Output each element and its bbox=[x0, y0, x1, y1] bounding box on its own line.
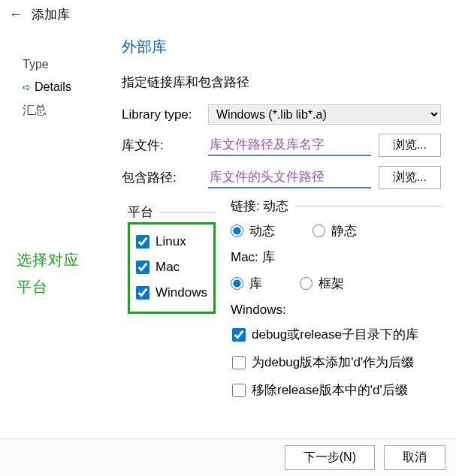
next-button[interactable]: 下一步(N) bbox=[285, 445, 375, 470]
windows-subdir-label: debug或release子目录下的库 bbox=[252, 326, 418, 343]
arrow-right-icon: ➪ bbox=[23, 81, 32, 93]
linkage-dynamic-radio[interactable] bbox=[231, 224, 243, 237]
mac-group-label: Mac: 库 bbox=[231, 249, 441, 266]
platform-mac-label: Mac bbox=[156, 260, 180, 275]
libtype-select[interactable]: Windows (*.lib lib*.a) bbox=[208, 104, 441, 125]
windows-remove-d-label: 移除release版本中的'd'后缀 bbox=[252, 381, 408, 399]
linkage-group-label: 链接: 动态 bbox=[231, 197, 294, 215]
section-title: 外部库 bbox=[122, 37, 441, 57]
dialog-footer: 下一步(N) 取消 bbox=[0, 438, 456, 476]
mac-framework-label: 框架 bbox=[319, 275, 344, 292]
sidebar-item-details[interactable]: ➪Details bbox=[23, 76, 113, 98]
cancel-button[interactable]: 取消 bbox=[384, 445, 445, 470]
linkage-dynamic-label: 动态 bbox=[249, 222, 275, 240]
windows-add-d-label: 为debug版本添加'd'作为后缀 bbox=[252, 354, 414, 371]
linkage-static-label: 静态 bbox=[331, 222, 357, 240]
sidebar-item-type[interactable]: Type bbox=[23, 53, 113, 76]
wizard-sidebar: Type ➪Details 汇总 bbox=[0, 37, 113, 410]
mac-library-label: 库 bbox=[249, 275, 262, 292]
platform-windows-label: Windows bbox=[156, 285, 207, 300]
linkage-static-radio[interactable] bbox=[313, 224, 325, 237]
dialog-header: ← 添加库 bbox=[0, 0, 456, 29]
includepath-browse-button[interactable]: 浏览... bbox=[379, 166, 441, 189]
includepath-label: 包含路径: bbox=[122, 169, 201, 186]
platform-linux-checkbox[interactable] bbox=[136, 235, 149, 249]
libfile-label: 库文件: bbox=[122, 137, 201, 154]
main-panel: 外部库 指定链接库和包含路径 Library type: Windows (*.… bbox=[113, 37, 456, 410]
windows-group-label: Windows: bbox=[231, 303, 441, 318]
windows-add-d-checkbox[interactable] bbox=[232, 356, 246, 369]
back-arrow-icon[interactable]: ← bbox=[9, 7, 23, 23]
libfile-input[interactable] bbox=[208, 135, 371, 156]
platform-highlight-box: Linux Mac Windows bbox=[128, 222, 216, 314]
section-subtitle: 指定链接库和包含路径 bbox=[122, 74, 441, 91]
mac-library-radio[interactable] bbox=[231, 277, 243, 290]
dialog-title: 添加库 bbox=[32, 6, 70, 23]
mac-framework-radio[interactable] bbox=[300, 277, 313, 290]
libfile-browse-button[interactable]: 浏览... bbox=[379, 134, 441, 157]
libtype-label: Library type: bbox=[122, 107, 201, 122]
windows-subdir-checkbox[interactable] bbox=[232, 328, 246, 342]
windows-remove-d-checkbox[interactable] bbox=[232, 384, 246, 397]
includepath-input[interactable] bbox=[208, 167, 371, 188]
platform-mac-checkbox[interactable] bbox=[136, 261, 149, 274]
annotation-text: 选择对应 平台 bbox=[17, 246, 80, 300]
sidebar-item-summary[interactable]: 汇总 bbox=[23, 98, 113, 123]
platform-group-label: 平台 bbox=[128, 203, 159, 221]
platform-windows-checkbox[interactable] bbox=[136, 286, 149, 300]
platform-linux-label: Linux bbox=[156, 234, 186, 249]
